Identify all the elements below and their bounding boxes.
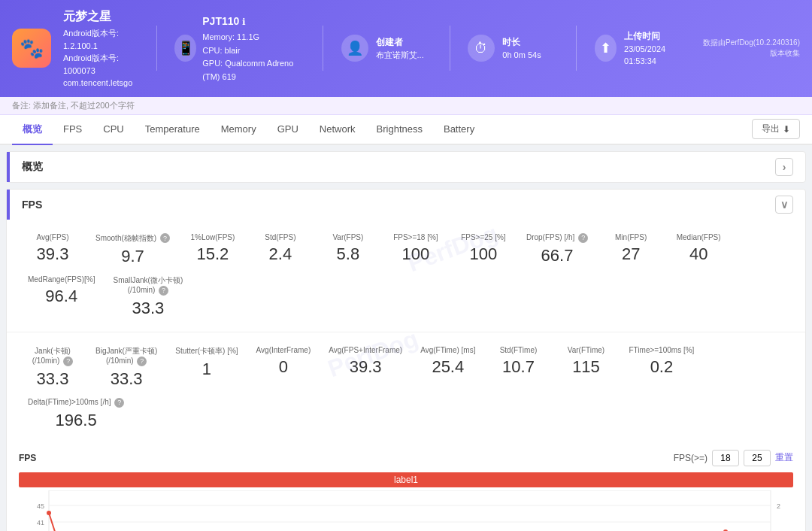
stat-avg-fps: Avg(FPS) 39.3 xyxy=(19,229,86,271)
app-version: Android版本号: 1.2.100.1 xyxy=(63,27,138,52)
reset-button[interactable]: 重置 xyxy=(775,451,793,464)
divider4 xyxy=(576,26,577,71)
overview-section: 概览 › xyxy=(6,151,806,183)
divider3 xyxy=(450,26,450,71)
tab-temperature[interactable]: Temperature xyxy=(135,116,211,144)
bigjank-info-icon[interactable]: ? xyxy=(137,357,147,366)
creator-icon: 👤 xyxy=(341,35,368,62)
fps-title: FPS xyxy=(22,199,42,211)
device-memory: Memory: 11.1G xyxy=(202,31,304,44)
stat-drop-fps: Drop(FPS) [/h] ? 66.7 xyxy=(517,229,597,271)
delta-info-icon[interactable]: ? xyxy=(114,398,124,408)
smalljank-info-icon[interactable]: ? xyxy=(159,286,168,296)
fps-stats-row1: PerfDog Avg(FPS) 39.3 Smooth(稳帧指数) ? 9.7… xyxy=(7,220,805,332)
duration-label: 时长 xyxy=(502,35,541,49)
stat-min-fps: Min(FPS) 27 xyxy=(597,229,665,271)
stat-delta-ftime: Delta(FTime)>100ms [/h] ? 196.5 xyxy=(19,393,133,435)
svg-text:41: 41 xyxy=(37,519,44,526)
svg-text:2: 2 xyxy=(777,502,780,510)
upload-label: 上传时间 xyxy=(624,29,685,43)
stat-stutter: Stutter(卡顿率) [%] 1 xyxy=(166,341,247,393)
stat-avg-interframe: Avg(InterFrame) 0 xyxy=(247,341,320,393)
device-name: PJT110 ℹ xyxy=(202,13,304,29)
drop-info-icon[interactable]: ? xyxy=(578,233,588,243)
tab-overview[interactable]: 概览 xyxy=(12,115,53,145)
app-info: 元梦之星 Android版本号: 1.2.100.1 Android版本号: 1… xyxy=(63,8,138,90)
tab-fps[interactable]: FPS xyxy=(53,116,92,144)
fps-header: FPS ∨ xyxy=(7,190,805,220)
chart-controls: FPS FPS(>=) 重置 xyxy=(19,450,793,466)
svg-point-23 xyxy=(47,511,51,515)
fps-ge-label: FPS(>=) xyxy=(674,453,707,463)
export-icon: ⬇ xyxy=(783,124,790,135)
duration-value: 0h 0m 54s xyxy=(502,49,541,62)
duration-icon: ⏱ xyxy=(468,35,495,62)
stat-jank: Jank(卡顿)(/10min) ? 33.3 xyxy=(19,341,86,393)
fps-stats-row2: PerfDog Jank(卡顿)(/10min) ? 33.3 BigJank(… xyxy=(7,332,805,444)
device-info: 📱 PJT110 ℹ Memory: 11.1G CPU: blair GPU:… xyxy=(174,13,304,84)
overview-collapse-btn[interactable]: › xyxy=(775,158,793,176)
app-header: 🐾 元梦之星 Android版本号: 1.2.100.1 Android版本号:… xyxy=(0,0,812,97)
overview-title: 概览 xyxy=(22,160,43,174)
creator-label: 创建者 xyxy=(376,35,424,49)
export-button[interactable]: 导出 ⬇ xyxy=(752,119,800,139)
fps-threshold-2[interactable] xyxy=(744,450,771,466)
stat-median-fps: Median(FPS) 40 xyxy=(665,229,732,271)
app-build: Android版本号: 1000073 xyxy=(63,52,138,77)
device-cpu: CPU: blair xyxy=(202,44,304,58)
svg-rect-0 xyxy=(49,490,771,532)
fps-chart-svg: 45 41 37 33 25 16 12 8 4 0 FPS 2 Jank xyxy=(19,490,804,532)
stat-1plow: 1%Low(FPS) 15.2 xyxy=(179,229,247,271)
chart-svg-wrapper: 45 41 37 33 25 16 12 8 4 0 FPS 2 Jank xyxy=(19,490,793,532)
nav-tabs: 概览 FPS CPU Temperature Memory GPU Networ… xyxy=(0,115,812,145)
overview-header: 概览 › xyxy=(7,152,805,182)
chart-label-bar: label1 xyxy=(19,472,793,487)
stat-avg-fps-interframe: Avg(FPS+InterFrame) 39.3 xyxy=(320,341,411,393)
fps-collapse-btn[interactable]: ∨ xyxy=(775,196,793,214)
data-source: 数据由PerfDog(10.2.240316)版本收集 xyxy=(697,38,800,59)
fps-threshold-controls: FPS(>=) 重置 xyxy=(674,450,793,466)
export-label: 导出 xyxy=(762,123,780,135)
fps-chart-area: FPS FPS(>=) 重置 label1 xyxy=(7,444,805,532)
upload-value: 23/05/2024 01:53:34 xyxy=(624,43,685,68)
tab-brightness[interactable]: Brightness xyxy=(366,116,433,144)
tab-battery[interactable]: Battery xyxy=(433,116,485,144)
creator-stat: 👤 创建者 布宜诺斯艾... xyxy=(341,35,432,62)
upload-stat: ⬆ 上传时间 23/05/2024 01:53:34 xyxy=(595,29,685,68)
app-package: com.tencent.letsgo xyxy=(63,77,138,90)
fps-section: FPS ∨ PerfDog Avg(FPS) 39.3 Smooth(稳帧指数)… xyxy=(6,189,806,532)
chart-title: FPS xyxy=(19,453,36,463)
app-name: 元梦之星 xyxy=(63,8,138,26)
stat-std-ftime: Std(FTime) 10.7 xyxy=(484,341,552,393)
stat-avg-ftime: Avg(FTime) [ms] 25.4 xyxy=(411,341,484,393)
stat-fps25: FPS>=25 [%] 100 xyxy=(450,229,517,271)
tab-memory[interactable]: Memory xyxy=(211,116,267,144)
svg-text:45: 45 xyxy=(37,502,44,510)
tab-cpu[interactable]: CPU xyxy=(92,116,134,144)
stat-fps18: FPS>=18 [%] 100 xyxy=(382,229,450,271)
device-gpu: GPU: Qualcomm Adreno (TM) 619 xyxy=(202,57,304,83)
fps-threshold-1[interactable] xyxy=(712,450,739,466)
divider1 xyxy=(156,26,157,71)
device-icon: 📱 xyxy=(174,35,196,62)
stat-bigjank: BigJank(严重卡顿)(/10min) ? 33.3 xyxy=(86,341,166,393)
divider2 xyxy=(323,26,323,71)
stat-medrange-fps: MedRange(FPS)[%] 96.4 xyxy=(19,271,104,323)
stat-var-fps: Var(FPS) 5.8 xyxy=(314,229,382,271)
app-icon: 🐾 xyxy=(12,29,51,68)
annotation-bar[interactable]: 备注: 添加备注, 不超过200个字符 xyxy=(0,97,812,115)
stat-var-ftime: Var(FTime) 115 xyxy=(552,341,620,393)
annotation-text[interactable]: 备注: 添加备注, 不超过200个字符 xyxy=(12,101,135,110)
stat-smalljank: SmallJank(微小卡顿)(/10min) ? 33.3 xyxy=(104,271,192,323)
tab-gpu[interactable]: GPU xyxy=(267,116,309,144)
upload-icon: ⬆ xyxy=(595,35,617,62)
smooth-info-icon[interactable]: ? xyxy=(160,233,170,243)
jank-info-icon[interactable]: ? xyxy=(63,357,73,366)
duration-stat: ⏱ 时长 0h 0m 54s xyxy=(468,35,558,62)
stat-ftime100: FTime>=100ms [%] 0.2 xyxy=(620,341,703,393)
tab-network[interactable]: Network xyxy=(309,116,366,144)
stat-smooth: Smooth(稳帧指数) ? 9.7 xyxy=(86,229,179,271)
stat-std-fps: Std(FPS) 2.4 xyxy=(247,229,314,271)
creator-value: 布宜诺斯艾... xyxy=(376,49,424,62)
